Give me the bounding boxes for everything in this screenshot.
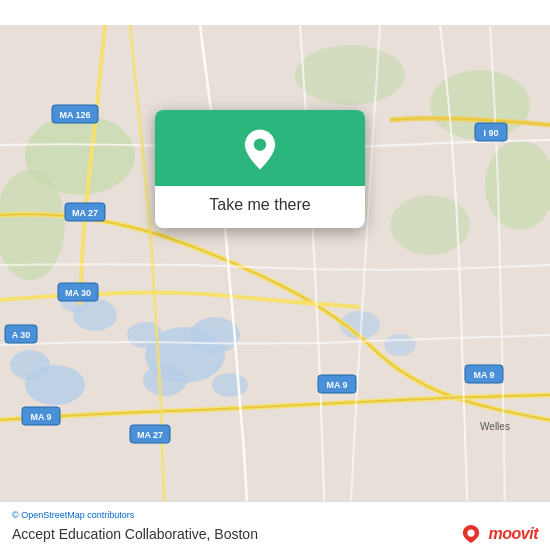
popup-card: Take me there [155, 110, 365, 228]
moovit-logo-icon [457, 524, 485, 544]
svg-point-17 [384, 334, 416, 356]
map-attribution: © OpenStreetMap contributors [12, 510, 538, 520]
svg-text:MA 9: MA 9 [473, 370, 494, 380]
svg-text:MA 27: MA 27 [137, 430, 163, 440]
location-name-label: Accept Education Collaborative, Boston [12, 526, 258, 542]
svg-text:MA 30: MA 30 [65, 288, 91, 298]
svg-text:A 30: A 30 [12, 330, 31, 340]
popup-green-header [155, 110, 365, 186]
svg-text:MA 9: MA 9 [326, 380, 347, 390]
svg-text:MA 27: MA 27 [72, 208, 98, 218]
moovit-branding: moovit [457, 524, 538, 544]
svg-point-11 [143, 364, 187, 396]
moovit-text-logo: moovit [489, 525, 538, 543]
svg-point-8 [10, 350, 50, 380]
copyright-symbol: © [12, 510, 21, 520]
bottom-row: Accept Education Collaborative, Boston m… [12, 524, 538, 544]
svg-text:Welles: Welles [480, 421, 510, 432]
bottom-bar: © OpenStreetMap contributors Accept Educ… [0, 501, 550, 550]
svg-point-12 [212, 373, 248, 397]
attribution-link[interactable]: OpenStreetMap contributors [21, 510, 134, 520]
location-pin-icon [238, 128, 282, 172]
svg-text:I 90: I 90 [483, 128, 498, 138]
svg-text:MA 126: MA 126 [59, 110, 90, 120]
map-container[interactable]: MA 126 MA 27 MA 30 A 30 MA 9 MA 27 MA 9 … [0, 0, 550, 550]
svg-point-37 [254, 139, 266, 151]
take-me-there-button[interactable]: Take me there [209, 196, 310, 214]
popup-button-area: Take me there [155, 186, 365, 228]
svg-point-6 [295, 45, 405, 105]
svg-point-38 [467, 529, 474, 536]
svg-text:MA 9: MA 9 [30, 412, 51, 422]
map-background: MA 126 MA 27 MA 30 A 30 MA 9 MA 27 MA 9 … [0, 0, 550, 550]
